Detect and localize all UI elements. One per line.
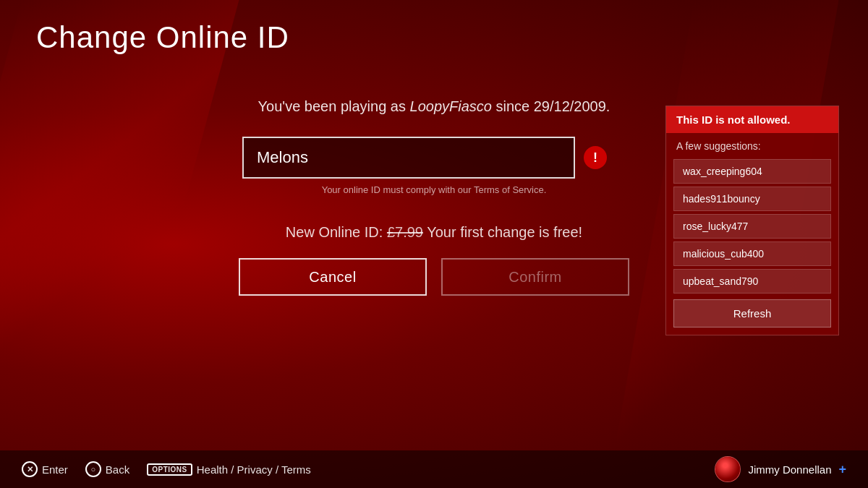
bottom-bar: ✕ Enter ○ Back OPTIONS Health / Privacy … [0, 450, 868, 488]
suggestions-label: A few suggestions: [666, 133, 838, 156]
confirm-button[interactable]: Confirm [441, 258, 629, 296]
refresh-button[interactable]: Refresh [673, 299, 831, 328]
options-label: Health / Privacy / Terms [197, 463, 311, 476]
online-id-input[interactable] [242, 137, 575, 179]
suggestion-item[interactable]: rose_lucky477 [673, 214, 831, 239]
avatar [715, 456, 741, 482]
suggestion-item[interactable]: hades911bouncy [673, 187, 831, 211]
back-nav-item[interactable]: ○ Back [85, 461, 129, 477]
suggestions-panel: This ID is not allowed. A few suggestion… [665, 106, 839, 335]
playing-as-text: You've been playing as LoopyFiasco since… [258, 98, 610, 115]
user-info: Jimmy Donnellan + [715, 456, 846, 482]
options-key-icon: OPTIONS [147, 463, 192, 476]
cross-button-icon: ✕ [22, 461, 38, 477]
enter-nav-item[interactable]: ✕ Enter [22, 461, 68, 477]
circle-button-icon: ○ [85, 461, 101, 477]
price-text: New Online ID: £7.99 Your first change i… [286, 224, 582, 241]
enter-label: Enter [42, 463, 68, 476]
page-title: Change Online ID [36, 20, 832, 55]
username-label: Jimmy Donnellan [748, 463, 831, 476]
error-icon: ! [584, 146, 607, 169]
back-label: Back [106, 463, 129, 476]
ps-plus-icon: + [838, 462, 846, 477]
suggestion-item[interactable]: upbeat_sand790 [673, 269, 831, 294]
suggestion-item[interactable]: wax_creeping604 [673, 159, 831, 184]
error-banner: This ID is not allowed. [666, 106, 838, 133]
terms-text: Your online ID must comply with our Term… [322, 184, 547, 195]
suggestion-item[interactable]: malicious_cub400 [673, 241, 831, 266]
options-nav-item[interactable]: OPTIONS Health / Privacy / Terms [147, 463, 311, 476]
cancel-button[interactable]: Cancel [239, 258, 427, 296]
